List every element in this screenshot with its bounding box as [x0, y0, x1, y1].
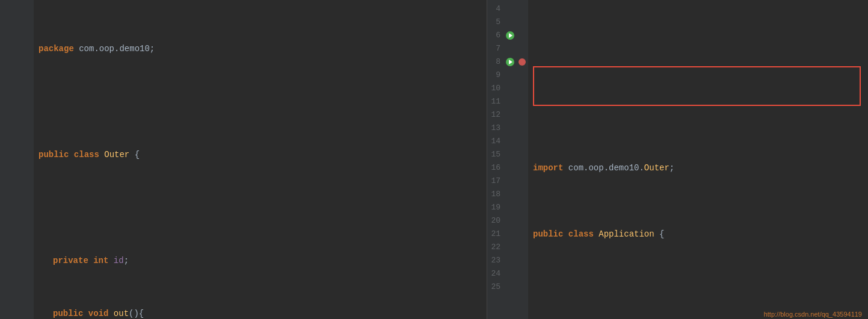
code-line-4 [533, 95, 868, 108]
left-code-area: package com.oop.demo10; public class Out… [0, 0, 487, 319]
right-run-gutter [504, 0, 516, 319]
run-icon[interactable] [506, 31, 514, 40]
left-gutter [22, 0, 34, 319]
right-line-numbers: 4 5 6 7 8 9 10 11 12 13 14 15 16 17 18 1… [487, 0, 504, 319]
code-line-7 [533, 294, 868, 307]
right-code-area: 4 5 6 7 8 9 10 11 12 13 14 15 16 17 18 1… [487, 0, 868, 319]
left-line-numbers [0, 0, 22, 319]
editor-panel: package com.oop.demo10; public class Out… [0, 0, 868, 319]
code-line: package com.oop.demo10; [38, 42, 487, 55]
code-line: public void out(){ [38, 307, 487, 319]
left-panel: package com.oop.demo10; public class Out… [0, 0, 487, 319]
right-panel: 4 5 6 7 8 9 10 11 12 13 14 15 16 17 18 1… [487, 0, 868, 319]
left-code-content[interactable]: package com.oop.demo10; public class Out… [34, 0, 487, 319]
code-line: public class Outer { [38, 148, 487, 161]
code-line [38, 95, 487, 108]
breakpoint-indicator[interactable] [519, 58, 526, 66]
url-footer: http://blog.csdn.net/qq_43594119 [764, 311, 862, 318]
right-code-content[interactable]: import com.oop.demo10.Outer; public clas… [528, 0, 868, 319]
code-line-5: import com.oop.demo10.Outer; [533, 161, 868, 175]
right-debug-gutter [516, 0, 528, 319]
code-line [38, 201, 487, 214]
code-line: private int id; [38, 254, 487, 267]
run-icon-main[interactable] [506, 58, 514, 66]
code-line-6: public class Application { [533, 228, 868, 241]
